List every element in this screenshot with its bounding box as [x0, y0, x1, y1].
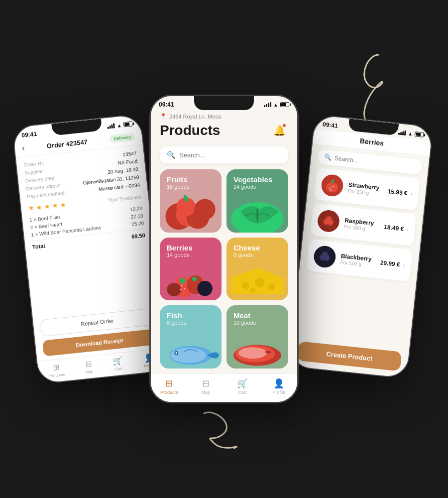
berry-item-blackberry[interactable]: Blackberry For 500 g 29.99 € › [306, 239, 413, 281]
notch-center [194, 96, 254, 110]
right-search-input[interactable] [335, 155, 416, 170]
notification-button[interactable]: 🔔 [270, 122, 288, 139]
map-icon: ⊟ [85, 359, 92, 369]
signal-icon-right [398, 130, 406, 136]
grid-icon-center: ⊞ [165, 378, 173, 389]
category-meat[interactable]: Meat 10 goods [226, 305, 288, 369]
nav-products-center[interactable]: ⊞ Products [157, 378, 182, 395]
category-fruits[interactable]: Fruits 18 goods [160, 169, 222, 233]
location-row: 📍 2464 Royal Ln. Mesa [160, 113, 288, 120]
strawberry-img [320, 173, 344, 197]
center-phone: 09:41 ▲ 📍 2464 Royal Ln. Mesa [149, 95, 299, 403]
signal-icon-center [264, 102, 271, 107]
berry-item-strawberry[interactable]: Strawberry For 250 g 15.99 € › [314, 168, 420, 210]
search-icon-right: 🔍 [324, 153, 332, 161]
page-title: Products [160, 123, 220, 138]
battery-icon-center [280, 102, 289, 107]
cart-icon-center: 🛒 [237, 378, 248, 389]
svg-point-45 [175, 352, 177, 354]
berry-item-raspberry[interactable]: Raspberry For 300 g 18.49 € › [310, 204, 417, 246]
battery-icon-right [415, 131, 424, 137]
svg-point-41 [250, 288, 255, 293]
right-phone: 09:41 ▲ Berries 🔍 [288, 114, 434, 379]
cheese-visual [226, 259, 288, 300]
raspberry-img [317, 209, 340, 233]
location-text: 2464 Royal Ln. Mesa [169, 114, 221, 120]
map-icon-center: ⊟ [202, 378, 210, 389]
header-row: Products 🔔 [160, 122, 288, 139]
category-vegetables[interactable]: Vegetables 24 goods [226, 169, 288, 233]
nav-cart-center[interactable]: 🛒 Cart [230, 378, 255, 395]
nav-products-label: Products [160, 390, 178, 395]
order-details: Order Nr. 23547 Supplier NX Food Deliver… [16, 145, 159, 316]
category-berries[interactable]: Berries 14 goods [160, 238, 222, 301]
svg-point-32 [192, 276, 197, 281]
berry-list: Strawberry For 250 g 15.99 € › [293, 167, 427, 348]
center-header: 📍 2464 Royal Ln. Mesa Products 🔔 [151, 110, 297, 143]
status-icons-center: ▲ [264, 102, 289, 108]
profile-icon-center: 👤 [273, 378, 284, 389]
star-3: ★ [44, 202, 51, 211]
nav-products-left[interactable]: ⊞ Products [48, 362, 65, 378]
berries-visual [160, 259, 222, 300]
blackberry-info: Blackberry For 500 g [340, 252, 381, 268]
svg-point-39 [255, 277, 264, 287]
right-phone-content: 09:41 ▲ Berries 🔍 [289, 115, 433, 378]
svg-point-34 [184, 288, 185, 289]
chevron-icon-raspberry: › [406, 226, 409, 233]
blackberry-img [313, 245, 336, 268]
svg-point-33 [181, 285, 182, 286]
svg-point-24 [195, 199, 216, 220]
center-bottom-nav: ⊞ Products ⊟ Map 🛒 Cart 👤 Profile [151, 374, 297, 402]
svg-point-38 [242, 282, 249, 289]
svg-point-40 [268, 284, 275, 290]
svg-point-30 [167, 283, 181, 296]
time-left: 09:41 [21, 130, 37, 139]
raspberry-info: Raspberry For 300 g [344, 217, 385, 233]
nav-map-label: Map [201, 390, 210, 395]
vegetables-visual [226, 191, 288, 232]
strawberry-info: Strawberry For 250 g [347, 181, 388, 197]
battery-icon-left [123, 122, 133, 127]
meat-visual [226, 328, 288, 369]
fish-visual [160, 328, 222, 369]
nav-cart-left[interactable]: 🛒 Cart [112, 356, 124, 372]
star-5: ★ [60, 200, 67, 209]
delivery-badge: Delivery [109, 132, 135, 143]
search-icon-center: 🔍 [167, 151, 175, 159]
time-right: 09:41 [322, 121, 338, 129]
chevron-icon-strawberry: › [410, 190, 413, 197]
svg-point-29 [197, 281, 213, 296]
center-search-bar[interactable]: 🔍 [160, 146, 288, 163]
category-cheese[interactable]: Cheese 6 goods [226, 238, 288, 301]
create-product-button[interactable]: Create Product [297, 341, 402, 372]
categories-grid: Fruits 18 goods [151, 166, 297, 374]
fruits-visual [160, 191, 222, 232]
center-search-input[interactable] [179, 151, 281, 159]
left-phone-content: 09:41 ▲ ‹ Order #23547 Delivery [13, 115, 167, 383]
cart-icon: 🛒 [112, 356, 123, 366]
svg-point-31 [180, 278, 185, 283]
star-1: ★ [28, 204, 35, 212]
status-icons-left: ▲ [107, 121, 133, 129]
back-button[interactable]: ‹ [21, 144, 25, 153]
wifi-icon-right: ▲ [408, 130, 413, 136]
category-fish[interactable]: Fish 8 goods [160, 305, 222, 369]
nav-map-left[interactable]: ⊟ Map [84, 359, 94, 374]
nav-map-center[interactable]: ⊟ Map [193, 378, 218, 395]
order-items: 1 × Beef Fillet 10.20 2 × Beef Heart 22.… [29, 206, 146, 250]
feedback-label: Your Feedback [108, 194, 141, 203]
time-center: 09:41 [159, 101, 174, 108]
svg-point-48 [238, 347, 267, 359]
nav-profile-center[interactable]: 👤 Profile [266, 378, 291, 395]
notification-dot [282, 124, 286, 127]
center-phone-content: 09:41 ▲ 📍 2464 Royal Ln. Mesa [151, 96, 297, 402]
signal-icon-left [107, 123, 115, 129]
nav-profile-label: Profile [272, 390, 285, 395]
status-icons-right: ▲ [398, 129, 424, 137]
pin-icon: 📍 [160, 113, 167, 120]
star-2: ★ [36, 203, 43, 211]
order-title: Order #23547 [46, 138, 88, 150]
main-scene: 09:41 ▲ ‹ Order #23547 Delivery [10, 20, 438, 478]
grid-icon: ⊞ [53, 363, 60, 373]
